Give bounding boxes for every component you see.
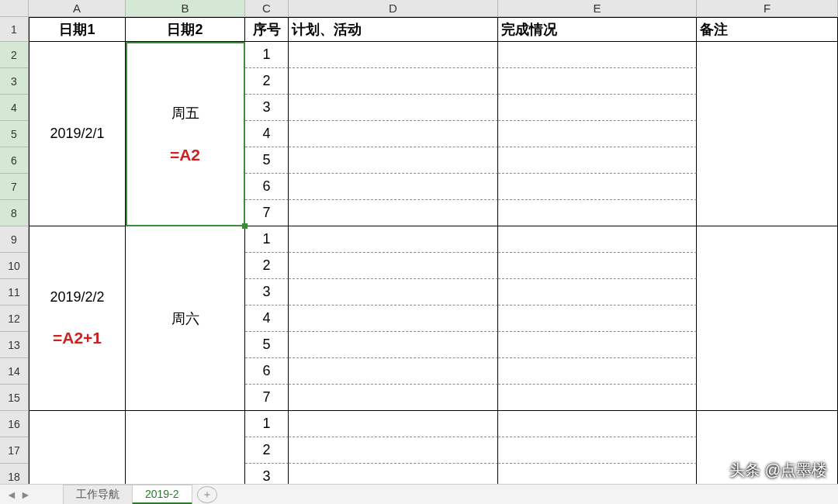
cell-C16[interactable]: 1 [245,411,289,437]
date1-value: 2019/2/1 [50,126,104,142]
cell-E1[interactable]: 完成情况 [498,17,697,42]
sheet-tab-0[interactable]: 工作导航 [63,485,133,504]
cell-E3[interactable] [498,68,697,95]
cell-D12[interactable] [289,306,498,332]
cell-C5[interactable]: 4 [245,121,289,147]
cell-C6[interactable]: 5 [245,147,289,174]
cell-E7[interactable] [498,174,697,200]
cell-A2-merged[interactable]: 2019/2/1 [29,42,126,226]
cell-F1[interactable]: 备注 [697,17,838,42]
cell-E16[interactable] [498,411,697,437]
cell-E8[interactable] [498,200,697,226]
cell-E6[interactable] [498,147,697,174]
cell-C7[interactable]: 6 [245,174,289,200]
cell-C15[interactable]: 7 [245,385,289,411]
cell-F2-merged[interactable] [697,42,838,226]
cell-C17[interactable]: 2 [245,437,289,464]
add-sheet-button[interactable]: ＋ [197,486,217,503]
rowhdr-15[interactable]: 15 [0,385,29,411]
date1-value: 2019/2/2 [50,289,104,306]
cell-C4[interactable]: 3 [245,95,289,121]
tab-nav-prev[interactable]: ◄ [5,486,19,503]
rowhdr-7[interactable]: 7 [0,174,29,200]
formula-annotation: =A2 [170,146,200,164]
rowhdr-17[interactable]: 17 [0,437,29,464]
colhdr-C[interactable]: C [245,0,289,16]
rowhdr-13[interactable]: 13 [0,332,29,358]
cell-E5[interactable] [498,121,697,147]
rowhdr-3[interactable]: 3 [0,68,29,95]
cell-D16[interactable] [289,411,498,437]
spreadsheet-grid: A B C D E F 1 2 3 4 5 6 7 8 9 10 11 12 1… [0,0,838,504]
cell-D13[interactable] [289,332,498,358]
cell-D7[interactable] [289,174,498,200]
cell-E10[interactable] [498,253,697,279]
rowhdr-1[interactable]: 1 [0,17,29,42]
cell-E15[interactable] [498,385,697,411]
rowhdr-2[interactable]: 2 [0,42,29,68]
cell-C11[interactable]: 3 [245,279,289,306]
cell-E12[interactable] [498,306,697,332]
cell-C8[interactable]: 7 [245,200,289,226]
cell-A9-merged[interactable]: 2019/2/2 =A2+1 [29,226,126,411]
select-all-corner[interactable] [0,0,29,16]
cell-A1[interactable]: 日期1 [29,17,126,42]
rowhdr-6[interactable]: 6 [0,147,29,174]
cell-D14[interactable] [289,358,498,385]
rowhdr-8[interactable]: 8 [0,200,29,226]
cell-C12[interactable]: 4 [245,306,289,332]
plus-icon: ＋ [202,488,213,502]
rowhdr-11[interactable]: 11 [0,279,29,306]
cell-D5[interactable] [289,121,498,147]
cell-C14[interactable]: 6 [245,358,289,385]
fill-handle[interactable] [242,223,248,229]
cell-B2-merged[interactable]: 周五 =A2 [126,42,245,226]
cell-C10[interactable]: 2 [245,253,289,279]
cell-C9[interactable]: 1 [245,226,289,253]
cell-C3[interactable]: 2 [245,68,289,95]
cell-D9[interactable] [289,226,498,253]
cells-area[interactable]: 日期1 日期2 序号 计划、活动 完成情况 备注 2019/2/1 周五 =A2… [29,17,838,504]
cell-E14[interactable] [498,358,697,385]
cell-D10[interactable] [289,253,498,279]
cell-B9-merged[interactable]: 周六 [126,226,245,411]
colhdr-E[interactable]: E [498,0,697,16]
cell-D4[interactable] [289,95,498,121]
cell-E9[interactable] [498,226,697,253]
rowhdr-16[interactable]: 16 [0,411,29,437]
cell-D8[interactable] [289,200,498,226]
row-header-col: 1 2 3 4 5 6 7 8 9 10 11 12 13 14 15 16 1… [0,17,29,504]
cell-F9-merged[interactable] [697,226,838,411]
rowhdr-14[interactable]: 14 [0,358,29,385]
cell-C13[interactable]: 5 [245,332,289,358]
cell-B1[interactable]: 日期2 [126,17,245,42]
sheet-tab-1[interactable]: 2019-2 [132,485,192,505]
cell-E4[interactable] [498,95,697,121]
cell-D11[interactable] [289,279,498,306]
cell-E17[interactable] [498,437,697,464]
colhdr-D[interactable]: D [289,0,498,16]
watermark: 头条 @点墨楼 [729,460,827,481]
colhdr-A[interactable]: A [29,0,126,16]
cell-E2[interactable] [498,42,697,68]
cell-C2[interactable]: 1 [245,42,289,68]
cell-E11[interactable] [498,279,697,306]
cell-D17[interactable] [289,437,498,464]
cell-C1[interactable]: 序号 [245,17,289,42]
column-header-row: A B C D E F [0,0,838,17]
rowhdr-4[interactable]: 4 [0,95,29,121]
cell-E13[interactable] [498,332,697,358]
formula-annotation: =A2+1 [53,329,102,347]
rowhdr-5[interactable]: 5 [0,121,29,147]
rowhdr-10[interactable]: 10 [0,253,29,279]
rowhdr-12[interactable]: 12 [0,306,29,332]
cell-D3[interactable] [289,68,498,95]
cell-D6[interactable] [289,147,498,174]
cell-D1[interactable]: 计划、活动 [289,17,498,42]
colhdr-F[interactable]: F [697,0,838,16]
cell-D15[interactable] [289,385,498,411]
colhdr-B[interactable]: B [126,0,245,16]
rowhdr-9[interactable]: 9 [0,226,29,253]
cell-D2[interactable] [289,42,498,68]
tab-nav-next[interactable]: ► [19,486,33,503]
